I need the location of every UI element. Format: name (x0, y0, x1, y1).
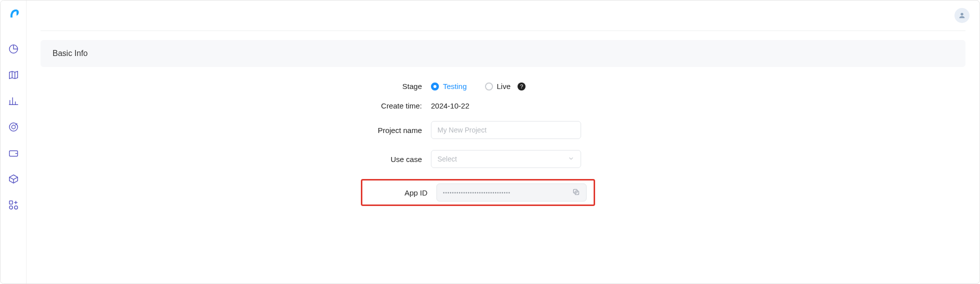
copy-icon[interactable] (572, 188, 580, 198)
bar-chart-icon[interactable] (8, 95, 20, 107)
logo (6, 6, 22, 23)
stage-radio-testing[interactable]: Testing (431, 82, 467, 90)
pie-chart-icon[interactable] (8, 43, 20, 55)
create-time-label: Create time: (361, 102, 431, 110)
stage-radio-live[interactable]: Live ? (485, 82, 526, 90)
sidebar (1, 0, 27, 284)
content: Basic Info Stage Testing Live ? (27, 31, 979, 206)
target-icon[interactable] (8, 121, 20, 133)
app-id-field: •••••••••••••••••••••••••••••• (436, 184, 587, 202)
stage-radio-group: Testing Live ? (431, 82, 581, 90)
user-avatar[interactable] (954, 8, 969, 23)
row-use-case: Use case Select (361, 150, 911, 168)
row-create-time: Create time: 2024-10-22 (361, 102, 911, 110)
use-case-placeholder: Select (437, 155, 457, 163)
package-icon[interactable] (8, 173, 20, 185)
use-case-label: Use case (361, 155, 431, 164)
map-icon[interactable] (8, 69, 20, 81)
app-id-label: App ID (362, 188, 436, 197)
app-frame: Basic Info Stage Testing Live ? (0, 0, 980, 284)
wallet-icon[interactable] (8, 147, 20, 159)
svg-point-2 (12, 125, 15, 128)
project-name-input[interactable] (431, 121, 581, 139)
radio-icon (431, 82, 439, 90)
create-time-value: 2024-10-22 (431, 102, 469, 110)
svg-point-6 (14, 206, 17, 209)
logo-icon (6, 6, 22, 22)
apps-add-icon[interactable] (8, 199, 20, 211)
section-title: Basic Info (41, 40, 965, 67)
app-id-highlight: App ID •••••••••••••••••••••••••••••• (361, 179, 595, 206)
row-stage: Stage Testing Live ? (361, 82, 911, 90)
help-icon[interactable]: ? (518, 82, 526, 90)
main: Basic Info Stage Testing Live ? (27, 0, 979, 284)
user-icon (958, 12, 966, 20)
stage-label: Stage (361, 82, 431, 90)
topbar (27, 0, 979, 30)
stage-radio-testing-label: Testing (443, 82, 467, 90)
project-name-label: Project name (361, 126, 431, 134)
radio-icon (485, 82, 493, 90)
stage-radio-live-label: Live (497, 82, 511, 90)
chevron-down-icon (568, 155, 575, 164)
row-project-name: Project name (361, 121, 911, 139)
svg-rect-4 (9, 201, 12, 204)
form: Stage Testing Live ? (361, 82, 911, 206)
use-case-select[interactable]: Select (431, 150, 581, 168)
svg-point-7 (960, 13, 963, 16)
app-id-masked-value: •••••••••••••••••••••••••••••• (443, 190, 511, 196)
svg-point-5 (9, 206, 12, 209)
